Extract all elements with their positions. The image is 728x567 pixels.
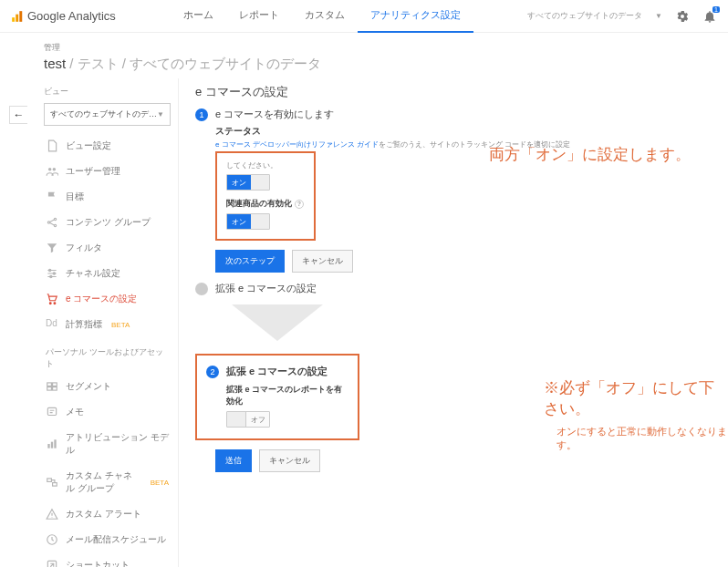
nav-home[interactable]: ホーム [171, 0, 226, 33]
sidebar-item-attribution[interactable]: アトリビューション モデル [36, 425, 178, 463]
nav-report[interactable]: レポート [226, 0, 292, 33]
svg-point-12 [54, 303, 56, 304]
svg-point-10 [50, 275, 52, 277]
shortcut-icon [46, 559, 58, 567]
breadcrumb-header: 管理 test / テスト / すべてのウェブサイトのデータ [0, 33, 728, 78]
enhanced-toggle[interactable]: オフ [226, 411, 270, 428]
sidebar-item-filter[interactable]: フィルタ [36, 235, 178, 261]
file-icon [46, 139, 58, 152]
svg-point-5 [47, 222, 49, 223]
sidebar-item-shortcut[interactable]: ショートカット [36, 552, 178, 567]
sidebar-item-calc-metrics[interactable]: Dd計算指標 BETA [36, 312, 178, 337]
gear-icon[interactable] [675, 9, 690, 24]
svg-point-9 [53, 273, 55, 274]
sidebar-item-label: ユーザー管理 [66, 165, 120, 178]
nav-custom[interactable]: カスタム [292, 0, 358, 33]
sidebar-item-label: フィルタ [66, 242, 102, 254]
svg-rect-16 [53, 387, 57, 391]
back-button[interactable]: ← [9, 106, 27, 124]
sidebar-item-label: アトリビューション モデル [66, 431, 169, 457]
sidebar-section-label: ビュー [36, 82, 178, 101]
sidebar-item-label: セグメント [66, 380, 111, 393]
sidebar-item-memo[interactable]: メモ [36, 399, 178, 425]
svg-marker-25 [232, 304, 323, 341]
related-toggle[interactable]: オン [226, 213, 270, 230]
clock-icon [46, 533, 58, 546]
svg-point-3 [48, 168, 52, 171]
step2-sub: 拡張 e コマースのレポートを有効化 [226, 384, 348, 407]
toggle-on-label: オン [227, 214, 251, 229]
dropdown-icon[interactable]: ▼ [655, 12, 662, 20]
sidebar-item-label: カスタム チャネル グループ [66, 469, 141, 495]
note-icon [46, 406, 58, 418]
title-main: test [44, 56, 66, 71]
next-step-button[interactable]: 次のステップ [215, 250, 285, 273]
topbar-right: すべてのウェブサイトのデータ ▼ 1 [527, 9, 717, 24]
chevron-down-icon: ▼ [157, 110, 164, 119]
status-desc-link[interactable]: e コマース デベロッパー向けリファレンス ガイド [215, 140, 379, 149]
sidebar-item-ecommerce[interactable]: e コマースの設定 [36, 286, 178, 312]
sidebar-item-label: カスタム アラート [66, 508, 141, 521]
sidebar-item-channel[interactable]: チャネル設定 [36, 261, 178, 286]
alert-icon [46, 508, 58, 521]
sidebar-item-goals[interactable]: 目標 [36, 184, 178, 210]
svg-rect-1 [16, 14, 18, 21]
bars-icon [46, 438, 58, 450]
sidebar-item-custom-alert[interactable]: カスタム アラート [36, 501, 178, 527]
sidebar-item-label: 目標 [66, 191, 84, 203]
toggle-on-label: オン [227, 175, 251, 190]
toggle-off-label: オフ [245, 412, 269, 427]
svg-rect-14 [53, 383, 57, 387]
sidebar-item-label: メール配信スケジュール [66, 533, 166, 546]
flag-icon [46, 191, 58, 203]
view-label: すべてのウェブサイトのデータ [527, 10, 642, 22]
svg-point-6 [54, 218, 56, 220]
step2-label: 拡張 e コマースの設定 [226, 365, 328, 378]
highlight-box-1: してください。 オン 関連商品の有効化 ? オン [215, 151, 316, 241]
sidebar-item-user-mgmt[interactable]: ユーザー管理 [36, 159, 178, 184]
bell-icon[interactable]: 1 [702, 9, 717, 24]
svg-rect-2 [19, 11, 22, 22]
channel-icon [46, 476, 58, 489]
annotation-1: 両方「オン」に設定します。 [489, 144, 691, 165]
sidebar-item-segment[interactable]: セグメント [36, 374, 178, 399]
annotation-2: ※必ず「オフ」にして下さい。 オンにすると正常に動作しなくなります。 [544, 377, 728, 452]
status-toggle[interactable]: オン [226, 174, 270, 191]
view-selector[interactable]: すべてのウェブサイトのデ… ▼ [44, 103, 171, 126]
sidebar: ビュー すべてのウェブサイトのデ… ▼ ビュー設定 ユーザー管理 目標 コンテン… [36, 78, 179, 567]
sidebar-item-content-group[interactable]: コンテンツ グループ [36, 210, 178, 235]
submit-button[interactable]: 送信 [215, 449, 252, 472]
svg-rect-17 [47, 407, 56, 415]
nav-admin[interactable]: アナリティクス設定 [358, 0, 473, 33]
cancel-button-2[interactable]: キャンセル [259, 449, 320, 472]
box-note: してください。 [226, 160, 305, 170]
cart-icon [46, 293, 58, 305]
main-content: e コマースの設定 1 e コマースを有効にします ステータス e コマース デ… [179, 78, 728, 567]
step2-gray-bullet [195, 283, 208, 295]
cancel-button[interactable]: キャンセル [292, 250, 353, 273]
sidebar-item-label: 計算指標 [66, 318, 102, 331]
help-icon[interactable]: ? [295, 200, 304, 209]
step1-bullet: 1 [195, 108, 208, 121]
sidebar-item-label: ショートカット [66, 559, 130, 567]
main-title: e コマースの設定 [195, 84, 713, 100]
sidebar-section2-label: パーソナル ツールおよびアセット [36, 337, 178, 374]
view-selector-value: すべてのウェブサイトのデ… [50, 108, 157, 120]
svg-rect-0 [12, 17, 15, 22]
highlight-box-2: 2 拡張 e コマースの設定 拡張 e コマースのレポートを有効化 オフ [195, 354, 359, 440]
sidebar-item-view-settings[interactable]: ビュー設定 [36, 133, 178, 159]
segment-icon [46, 380, 58, 393]
topnav: ホーム レポート カスタム アナリティクス設定 [171, 0, 473, 33]
logo[interactable]: Google Analytics [11, 9, 116, 23]
back-column: ← [9, 78, 36, 567]
annotation-2-sub: オンにすると正常に動作しなくなります。 [556, 425, 728, 452]
svg-point-4 [53, 168, 57, 171]
share-icon [46, 216, 58, 229]
step2-gray-header: 拡張 e コマースの設定 [195, 282, 713, 295]
page-title: test / テスト / すべてのウェブサイトのデータ [44, 56, 728, 73]
svg-rect-20 [54, 439, 56, 448]
sidebar-item-mail-schedule[interactable]: メール配信スケジュール [36, 527, 178, 552]
sidebar-item-custom-channel[interactable]: カスタム チャネル グループBETA [36, 463, 178, 501]
beta-badge: BETA [111, 321, 130, 329]
sidebar-item-label: チャネル設定 [66, 267, 120, 280]
